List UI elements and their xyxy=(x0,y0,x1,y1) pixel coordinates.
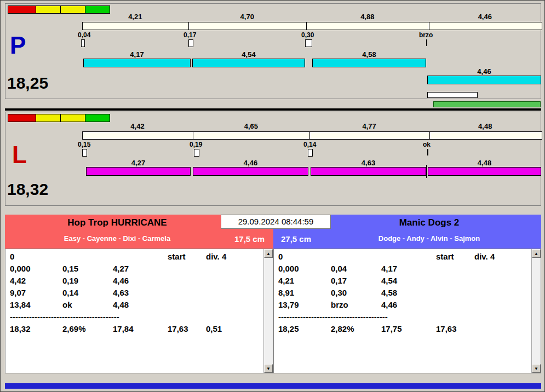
run-bar xyxy=(193,167,308,176)
table-cell: 18,25 xyxy=(278,323,331,335)
lane-l-total: 18,32 xyxy=(7,181,48,198)
timing-app-window: 4,21 4,70 4,88 4,46 0,04 0,17 0,30 brzo … xyxy=(0,0,545,392)
table-cell xyxy=(436,299,474,311)
table-cell: 4,17 xyxy=(381,263,436,275)
run-bar xyxy=(312,59,426,67)
table-row: 4,21 0,17 4,54 xyxy=(274,275,531,287)
table-cell: 2,82% xyxy=(331,323,381,335)
team-dogs: Dodge - Andy - Alvin - Sajmon xyxy=(317,234,541,243)
results-separator: ---------------------------------------- xyxy=(274,311,531,323)
team-dogs: Easy - Cayenne - Dixi - Carmela xyxy=(5,234,230,243)
table-cell xyxy=(168,275,206,287)
team-name: Manic Dogs 2 xyxy=(317,217,541,228)
table-header-row: 0 start div. 4 xyxy=(5,251,263,263)
run-bar xyxy=(427,76,541,84)
scale-segment xyxy=(189,22,307,30)
run-time-label: 4,58 xyxy=(312,50,426,59)
scale-segment xyxy=(193,132,310,139)
table-cell xyxy=(436,263,474,275)
table-cell: 0,51 xyxy=(206,323,263,335)
run-time-label: 4,46 xyxy=(193,159,308,167)
scale-segment xyxy=(429,22,542,30)
exchange-tick xyxy=(427,149,428,155)
table-cell: 8,91 xyxy=(278,287,331,299)
table-cell: 0,17 xyxy=(331,275,381,287)
lane-l-panel: 4,42 4,65 4,77 4,48 0,15 0,19 0,14 ok L … xyxy=(5,112,541,206)
run-time-label: 4,46 xyxy=(427,67,541,76)
red-light-block xyxy=(8,5,36,14)
table-cell: 4,46 xyxy=(113,275,168,287)
run-bar xyxy=(311,167,426,176)
scrollbar-track[interactable] xyxy=(532,258,541,364)
lead-bar xyxy=(433,101,541,107)
exchange-box xyxy=(81,39,85,47)
team-name: Hop Trop HURRICANE xyxy=(5,217,230,228)
table-cell: div. 4 xyxy=(206,251,263,263)
table-cell xyxy=(206,287,263,299)
table-cell xyxy=(474,275,531,287)
jump-height-label: 17,5 cm xyxy=(234,234,265,244)
table-cell: 18,32 xyxy=(10,323,62,335)
exchange-time-label: 0,14 xyxy=(303,141,316,148)
table-cell xyxy=(62,251,113,263)
exchange-time-label: brzo xyxy=(419,31,433,39)
exchange-time-label: 0,17 xyxy=(183,31,196,39)
table-cell: 0 xyxy=(278,251,331,263)
run-bar xyxy=(428,167,541,176)
table-cell: start xyxy=(168,251,206,263)
table-cell: 4,42 xyxy=(10,275,62,287)
table-cell: 17,75 xyxy=(381,323,436,335)
run-time-label: 4,48 xyxy=(428,159,541,167)
table-cell: 0,000 xyxy=(10,263,62,275)
bar-divider-tick xyxy=(426,165,427,178)
results-table: 0 start div. 4 0,000 0,04 4,17 4,21 0,17… xyxy=(274,251,531,335)
run-bar xyxy=(192,59,305,67)
yellow-light-block xyxy=(36,114,61,122)
scrollbar-track[interactable] xyxy=(264,258,273,364)
table-cell: 0,04 xyxy=(331,263,381,275)
table-row: 9,07 0,14 4,63 xyxy=(5,287,263,299)
scale-segment xyxy=(83,132,193,139)
run-bar xyxy=(83,59,191,67)
scale-segment xyxy=(83,22,189,30)
results-table: 0 start div. 4 0,000 0,15 4,27 4,42 0,19… xyxy=(5,251,263,335)
table-row: 13,79 brzo 4,46 xyxy=(274,299,531,311)
scale-segment xyxy=(310,132,430,139)
table-cell: 0,15 xyxy=(62,263,113,275)
table-cell xyxy=(168,287,206,299)
table-cell: 17,84 xyxy=(113,323,168,335)
table-cell: 0,30 xyxy=(331,287,381,299)
table-cell: 0,14 xyxy=(62,287,113,299)
table-cell xyxy=(331,251,381,263)
results-area-right: 0 start div. 4 0,000 0,04 4,17 4,21 0,17… xyxy=(273,249,541,373)
run-time-label: 4,27 xyxy=(86,159,191,167)
lane-p-letter: P xyxy=(10,33,26,57)
scroll-up-button[interactable]: ▲ xyxy=(264,249,273,258)
table-cell: 4,54 xyxy=(381,275,436,287)
table-cell: 4,27 xyxy=(113,263,168,275)
table-cell: ok xyxy=(62,299,113,311)
results-area-left: 0 start div. 4 0,000 0,15 4,27 4,42 0,19… xyxy=(5,249,273,373)
red-light-block xyxy=(8,114,36,122)
table-cell xyxy=(206,263,263,275)
table-cell: brzo xyxy=(331,299,381,311)
results-scrollbar[interactable]: ▲ ▼ xyxy=(531,249,541,373)
table-cell: 4,48 xyxy=(113,299,168,311)
remainder-bar xyxy=(427,92,478,98)
exchange-box xyxy=(308,149,313,157)
table-header-row: 0 start div. 4 xyxy=(274,251,531,263)
table-row: 4,42 0,19 4,46 xyxy=(5,275,263,287)
table-cell xyxy=(206,275,263,287)
exchange-time-label: ok xyxy=(423,141,431,148)
scroll-down-button[interactable]: ▼ xyxy=(264,364,273,373)
exchange-box xyxy=(194,149,199,157)
table-row: 8,91 0,30 4,58 xyxy=(274,287,531,299)
scale-segment xyxy=(430,132,542,139)
start-lights xyxy=(8,114,110,122)
table-cell: 9,07 xyxy=(10,287,62,299)
scroll-down-button[interactable]: ▼ xyxy=(532,364,541,373)
scroll-up-button[interactable]: ▲ xyxy=(532,249,541,258)
table-cell xyxy=(474,287,531,299)
results-scrollbar[interactable]: ▲ ▼ xyxy=(263,249,273,373)
table-cell: 0,19 xyxy=(62,275,113,287)
